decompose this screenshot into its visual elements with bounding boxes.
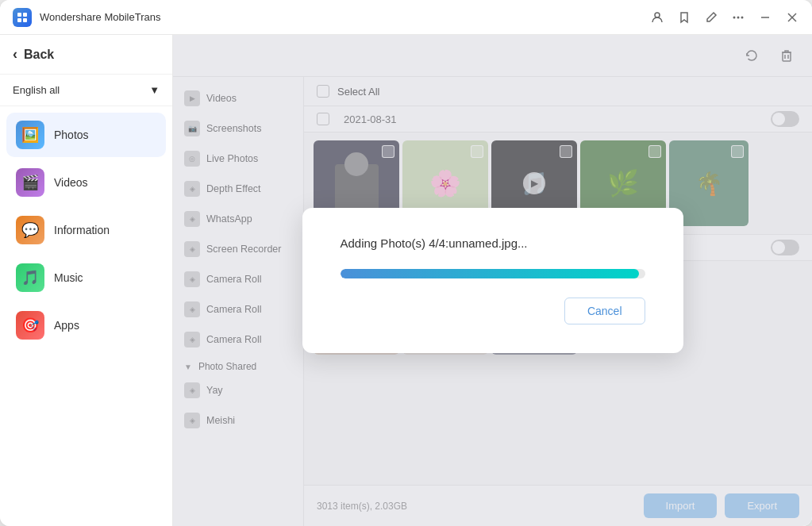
back-arrow-icon: ‹ — [13, 46, 17, 63]
videos-icon: 🎬 — [16, 168, 44, 197]
sidebar-videos-label: Videos — [54, 176, 88, 189]
apps-icon: 🎯 — [16, 311, 44, 340]
sidebar-music-label: Music — [54, 271, 83, 284]
modal-actions: Cancel — [341, 298, 645, 324]
language-label: English all — [13, 84, 60, 96]
bookmark-icon[interactable] — [677, 10, 691, 25]
svg-point-4 — [655, 13, 660, 17]
app-logo — [13, 8, 32, 27]
sidebar-item-information[interactable]: 💬 Information — [6, 208, 166, 252]
photos-icon: 🖼️ — [16, 121, 44, 149]
svg-point-5 — [733, 16, 736, 18]
main-layout: ‹ Back English all ▼ 🖼️ Photos 🎬 Videos … — [0, 35, 812, 526]
language-dropdown[interactable]: English all ▼ — [0, 75, 172, 106]
progress-bar-track — [341, 269, 645, 278]
svg-point-6 — [737, 16, 740, 18]
svg-rect-1 — [23, 13, 27, 17]
edit-icon[interactable] — [704, 10, 718, 25]
chevron-down-icon: ▼ — [149, 84, 160, 96]
sidebar-item-apps[interactable]: 🎯 Apps — [6, 303, 166, 347]
cancel-button[interactable]: Cancel — [564, 298, 645, 324]
app-window: Wondershare MobileTrans — [0, 0, 812, 526]
window-controls — [650, 10, 799, 25]
minimize-icon[interactable] — [758, 10, 772, 25]
sidebar-item-music[interactable]: 🎵 Music — [6, 255, 166, 300]
close-icon[interactable] — [785, 10, 799, 25]
sidebar-information-label: Information — [54, 224, 110, 236]
svg-rect-0 — [17, 13, 21, 17]
svg-point-7 — [741, 16, 744, 18]
back-label: Back — [24, 48, 54, 62]
svg-rect-2 — [17, 18, 21, 22]
information-icon: 💬 — [16, 216, 44, 244]
sidebar-apps-label: Apps — [54, 319, 79, 332]
progress-text: Adding Photo(s) 4/4:unnamed.jpg... — [341, 236, 645, 250]
app-title: Wondershare MobileTrans — [40, 11, 650, 23]
svg-rect-3 — [23, 18, 27, 22]
content-area: ▶ Videos 📷 Screenshots ◎ Live Photos ◈ D… — [173, 35, 812, 526]
sidebar-item-photos[interactable]: 🖼️ Photos — [6, 113, 166, 157]
account-icon[interactable] — [650, 10, 664, 25]
progress-modal: Adding Photo(s) 4/4:unnamed.jpg... Cance… — [302, 208, 683, 353]
music-icon: 🎵 — [16, 263, 44, 292]
nav-items: 🖼️ Photos 🎬 Videos 💬 Information 🎵 Music… — [0, 106, 172, 526]
back-button[interactable]: ‹ Back — [0, 35, 172, 75]
menu-icon[interactable] — [731, 10, 745, 25]
sidebar-photos-label: Photos — [54, 129, 89, 141]
progress-bar-fill — [341, 269, 639, 278]
sidebar-item-videos[interactable]: 🎬 Videos — [6, 160, 166, 205]
sidebar: ‹ Back English all ▼ 🖼️ Photos 🎬 Videos … — [0, 35, 173, 526]
modal-overlay: Adding Photo(s) 4/4:unnamed.jpg... Cance… — [173, 35, 812, 526]
title-bar: Wondershare MobileTrans — [0, 0, 812, 35]
